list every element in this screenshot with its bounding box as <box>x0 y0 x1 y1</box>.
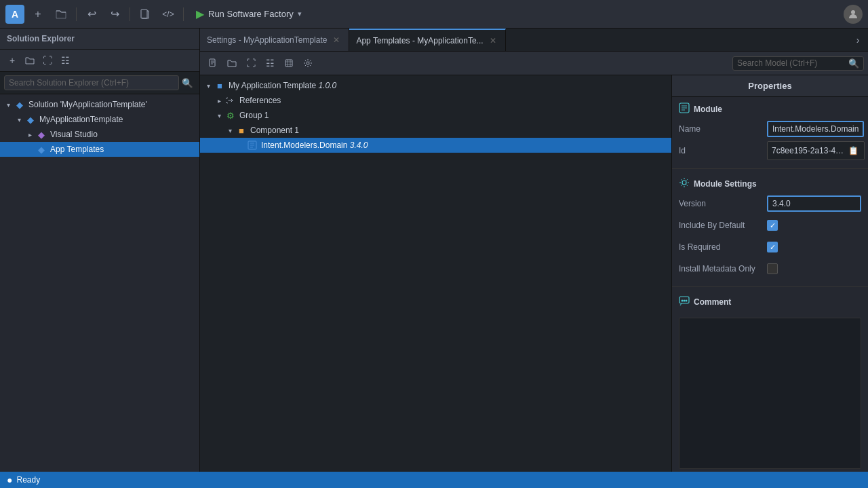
svg-point-10 <box>686 300 688 302</box>
svg-point-9 <box>684 300 686 302</box>
status-label: Ready <box>16 475 40 485</box>
new-file-btn[interactable]: + <box>28 5 47 24</box>
id-label: Id <box>679 146 767 155</box>
group1-icon: ⚙ <box>224 109 237 121</box>
logo: A <box>5 5 24 24</box>
editor-search-icon[interactable]: 🔍 <box>848 58 859 69</box>
sidebar-item-solution[interactable]: ◆ Solution 'MyApplicationTemplate' <box>0 97 199 112</box>
redo-btn[interactable]: ↪ <box>105 5 124 24</box>
sidebar-layout-btn[interactable]: ☷ <box>57 52 73 69</box>
sidebar: Solution Explorer + ⛶ ☷ 🔍 ◆ Solution 'My… <box>0 29 200 472</box>
prop-divider-1 <box>672 168 868 169</box>
svg-point-7 <box>682 181 686 185</box>
tabs-overflow-btn[interactable]: › <box>848 29 868 51</box>
code-btn[interactable]: </> <box>159 5 178 24</box>
myapp-label: MyApplicationTemplate <box>39 115 123 124</box>
tree-content: ■ My Application Template 1.0.0 Referenc… <box>200 75 671 472</box>
separator-1 <box>76 7 77 21</box>
sidebar-folder-btn[interactable] <box>22 52 38 69</box>
editor-module-btn[interactable] <box>280 54 298 72</box>
comment-textarea[interactable] <box>679 318 861 469</box>
prop-row-install-metadata: Install Metadata Only <box>679 259 861 278</box>
sidebar-search-input[interactable] <box>4 75 179 90</box>
solution-explorer-label: Solution Explorer <box>7 34 75 43</box>
tab-settings-close[interactable]: ✕ <box>331 35 342 45</box>
comment-header-label: Comment <box>694 297 731 307</box>
install-metadata-checkbox[interactable] <box>767 263 778 274</box>
sidebar-item-app-templates[interactable]: ◆ App Templates <box>0 142 199 157</box>
id-copy-btn[interactable]: 📋 <box>846 144 860 157</box>
sidebar-search-btn[interactable]: 🔍 <box>179 75 195 91</box>
root-version: 1.0.0 <box>319 81 337 90</box>
chevron-myapp <box>14 114 24 125</box>
sidebar-add-btn[interactable]: + <box>4 52 20 69</box>
solution-icon: ◆ <box>14 98 26 111</box>
profile-icon[interactable] <box>844 5 863 24</box>
editor-folder-btn[interactable] <box>223 54 241 72</box>
name-value[interactable]: Intent.Modelers.Domain <box>767 121 864 137</box>
properties-panel: Properties Module Name Intent.Modelers.D… <box>671 75 868 472</box>
module-settings-icon <box>679 177 690 190</box>
svg-point-8 <box>682 300 684 302</box>
tree-item-references[interactable]: References <box>200 93 671 108</box>
chevron-group1 <box>214 110 224 121</box>
sidebar-expand-btn[interactable]: ⛶ <box>39 52 56 69</box>
include-default-checkbox[interactable]: ✓ <box>767 220 778 231</box>
svg-rect-3 <box>285 60 292 67</box>
editor-search-input[interactable] <box>737 58 846 68</box>
new-project-btn[interactable] <box>136 5 155 24</box>
solution-label: Solution 'MyApplicationTemplate' <box>28 100 147 109</box>
sidebar-item-visual-studio[interactable]: ◆ Visual Studio <box>0 127 199 142</box>
references-icon <box>224 94 237 107</box>
editor-expand-btn[interactable]: ⛶ <box>242 54 260 72</box>
svg-rect-0 <box>141 10 147 18</box>
run-software-factory-btn[interactable]: ▶ Run Software Factory ▾ <box>189 5 309 23</box>
tab-app-templates[interactable]: App Templates - MyApplicationTe... ✕ <box>349 29 505 51</box>
install-metadata-label: Install Metadata Only <box>679 264 767 274</box>
tree-item-group1[interactable]: ⚙ Group 1 <box>200 108 671 123</box>
root-icon: ■ <box>214 79 226 92</box>
properties-title: Properties <box>672 75 868 97</box>
version-value[interactable]: 3.4.0 <box>767 195 861 212</box>
open-folder-btn[interactable] <box>52 5 71 24</box>
editor-layout-btn[interactable]: ☷ <box>261 54 279 72</box>
prop-row-id: Id 7c8ee195-2a13-463e 📋 <box>679 141 861 160</box>
tabs-bar: Settings - MyApplicationTemplate ✕ App T… <box>200 29 868 52</box>
chevron-root <box>203 80 214 91</box>
editor-search-box: 🔍 <box>732 56 864 71</box>
is-required-label: Is Required <box>679 242 767 252</box>
chevron-vs <box>24 129 35 140</box>
prop-row-name: Name Intent.Modelers.Domain <box>679 119 861 138</box>
comment-section: Comment <box>672 290 868 315</box>
chevron-references <box>214 95 224 106</box>
sidebar-search: 🔍 <box>0 72 199 94</box>
prop-row-include-default: Include By Default ✓ <box>679 216 861 235</box>
references-label: References <box>239 96 281 105</box>
undo-btn[interactable]: ↩ <box>82 5 101 24</box>
prop-row-is-required: Is Required ✓ <box>679 238 861 257</box>
group1-label: Group 1 <box>239 111 269 120</box>
tree-item-root[interactable]: ■ My Application Template 1.0.0 <box>200 78 671 93</box>
tree-item-intent-modelers[interactable]: Intent.Modelers.Domain 3.4.0 <box>200 138 671 153</box>
chevron-solution <box>3 99 14 110</box>
apptemplates-icon: ◆ <box>35 143 47 155</box>
module-header-label: Module <box>694 105 722 114</box>
run-btn-label: Run Software Factory <box>208 9 294 19</box>
tab-settings[interactable]: Settings - MyApplicationTemplate ✕ <box>200 29 349 51</box>
is-required-checkbox[interactable]: ✓ <box>767 242 778 252</box>
editor-settings-btn[interactable] <box>299 54 317 72</box>
editor-file-btn[interactable] <box>204 54 222 72</box>
separator-2 <box>130 7 130 21</box>
tab-app-templates-close[interactable]: ✕ <box>488 35 498 46</box>
sidebar-item-myapplication[interactable]: ◆ MyApplicationTemplate <box>0 112 199 127</box>
comment-icon <box>679 295 690 308</box>
name-label: Name <box>679 124 767 134</box>
main-area: Solution Explorer + ⛶ ☷ 🔍 ◆ Solution 'My… <box>0 29 868 472</box>
status-bar: ● Ready <box>0 472 868 488</box>
tab-app-templates-label: App Templates - MyApplicationTe... <box>356 36 483 45</box>
tree-item-component1[interactable]: ■ Component 1 <box>200 123 671 138</box>
intent-version: 3.4.0 <box>350 140 368 150</box>
module-settings-header: Module Settings <box>679 177 861 190</box>
svg-point-4 <box>307 62 309 64</box>
run-dropdown-icon: ▾ <box>298 10 302 18</box>
